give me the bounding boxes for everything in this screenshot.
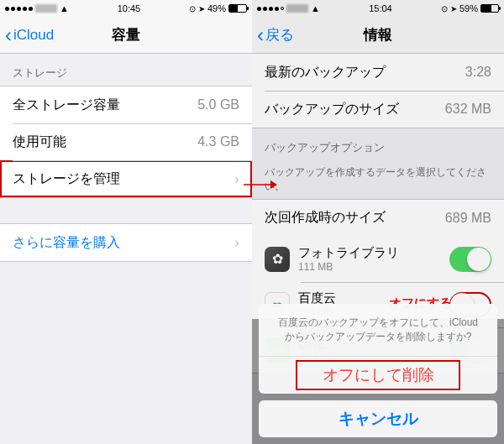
battery-percent: 49% bbox=[207, 3, 226, 13]
storage-group: 全ストレージ容量 5.0 GB 使用可能 4.3 GB ストレージを管理 › bbox=[0, 86, 252, 198]
row-label: 全ストレージ容量 bbox=[13, 97, 120, 114]
row-value: 4.3 GB bbox=[197, 134, 239, 149]
row-value: 5.0 GB bbox=[197, 97, 239, 112]
phone-screen-info: ▲ 15:04 ⊙ ➤ 59% ‹ 戻る 情報 最新のバックアップ 3:28 バ… bbox=[252, 0, 504, 444]
back-label: iCloud bbox=[13, 27, 54, 44]
nav-bar: ‹ iCloud 容量 bbox=[0, 17, 252, 54]
back-button[interactable]: ‹ iCloud bbox=[0, 24, 54, 47]
status-bar: ▲ 10:45 ⊙ ➤ 49% bbox=[0, 0, 252, 17]
row-buy-more[interactable]: さらに容量を購入 › bbox=[0, 224, 252, 261]
row-label: 使用可能 bbox=[13, 133, 66, 151]
action-sheet: 百度云のバックアップをオフにして、iCloudからバックアップデータを削除します… bbox=[252, 297, 504, 444]
carrier-label bbox=[35, 4, 57, 13]
row-label: さらに容量を購入 bbox=[13, 234, 120, 252]
sheet-message: 百度云のバックアップをオフにして、iCloudからバックアップデータを削除します… bbox=[259, 304, 497, 357]
buy-more-group: さらに容量を購入 › bbox=[0, 223, 252, 262]
sheet-delete-button[interactable]: オフにして削除 bbox=[292, 357, 464, 394]
chevron-left-icon: ‹ bbox=[5, 24, 12, 47]
alarm-icon: ⊙ bbox=[189, 4, 196, 13]
chevron-right-icon: › bbox=[234, 170, 239, 188]
page-title: 容量 bbox=[112, 25, 140, 44]
row-total-storage: 全ストレージ容量 5.0 GB bbox=[0, 86, 252, 123]
signal-dots-icon bbox=[5, 7, 33, 11]
row-label: ストレージを管理 bbox=[13, 170, 120, 188]
wifi-icon: ▲ bbox=[60, 3, 69, 13]
row-available: 使用可能 4.3 GB bbox=[0, 123, 252, 160]
section-header-storage: ストレージ bbox=[0, 54, 252, 86]
battery-icon bbox=[228, 4, 247, 13]
sheet-cancel-button[interactable]: キャンセル bbox=[259, 400, 497, 437]
clock: 10:45 bbox=[118, 3, 141, 13]
phone-screen-storage: ▲ 10:45 ⊙ ➤ 49% ‹ iCloud 容量 ストレージ 全ストレージ… bbox=[0, 0, 252, 444]
location-icon: ➤ bbox=[198, 4, 205, 13]
chevron-right-icon: › bbox=[234, 234, 239, 252]
row-manage-storage[interactable]: ストレージを管理 › bbox=[0, 160, 252, 197]
